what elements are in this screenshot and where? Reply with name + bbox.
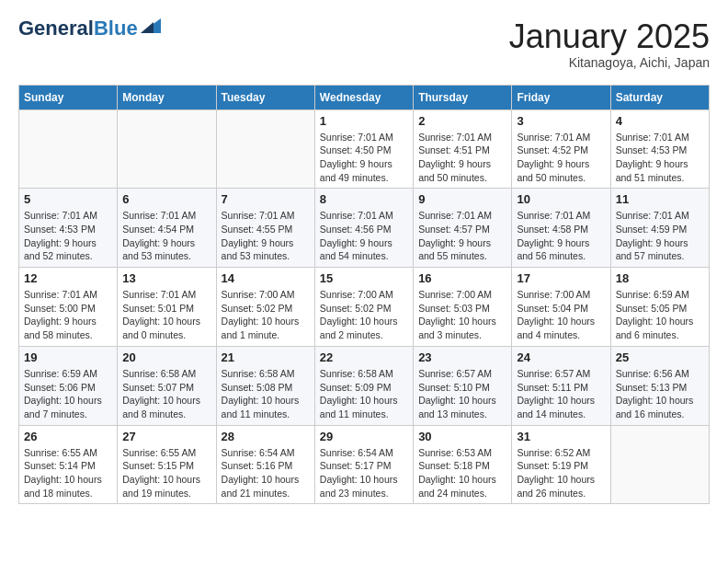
day-info: Sunrise: 6:53 AM Sunset: 5:18 PM Dayligh… (418, 446, 506, 500)
day-number: 10 (517, 192, 605, 206)
day-info: Sunrise: 7:01 AM Sunset: 4:57 PM Dayligh… (418, 209, 506, 263)
day-number: 26 (24, 430, 112, 443)
day-number: 19 (24, 350, 112, 364)
day-number: 23 (418, 350, 506, 364)
day-info: Sunrise: 7:01 AM Sunset: 4:56 PM Dayligh… (320, 209, 408, 263)
day-number: 14 (222, 271, 310, 285)
day-info: Sunrise: 6:58 AM Sunset: 5:08 PM Dayligh… (222, 367, 310, 421)
calendar-cell: 27Sunrise: 6:55 AM Sunset: 5:15 PM Dayli… (118, 425, 216, 504)
calendar-cell: 11Sunrise: 7:01 AM Sunset: 4:59 PM Dayli… (610, 189, 709, 268)
day-number: 24 (517, 350, 605, 364)
day-info: Sunrise: 6:58 AM Sunset: 5:09 PM Dayligh… (320, 367, 408, 421)
logo: GeneralBlue (18, 18, 161, 39)
calendar-cell: 2Sunrise: 7:01 AM Sunset: 4:51 PM Daylig… (414, 109, 512, 189)
day-info: Sunrise: 7:01 AM Sunset: 4:54 PM Dayligh… (122, 209, 210, 263)
calendar-header-row: SundayMondayTuesdayWednesdayThursdayFrid… (19, 85, 710, 109)
day-info: Sunrise: 6:55 AM Sunset: 5:15 PM Dayligh… (122, 446, 210, 500)
day-info: Sunrise: 7:01 AM Sunset: 5:00 PM Dayligh… (24, 288, 112, 342)
day-info: Sunrise: 6:56 AM Sunset: 5:13 PM Dayligh… (616, 367, 704, 421)
day-info: Sunrise: 7:01 AM Sunset: 4:51 PM Dayligh… (418, 131, 506, 185)
calendar-cell: 16Sunrise: 7:00 AM Sunset: 5:03 PM Dayli… (414, 268, 512, 347)
day-number: 12 (24, 271, 112, 285)
location-subtitle: Kitanagoya, Aichi, Japan (509, 55, 710, 70)
day-info: Sunrise: 7:01 AM Sunset: 4:58 PM Dayligh… (517, 209, 605, 263)
day-number: 18 (616, 271, 704, 285)
day-info: Sunrise: 7:01 AM Sunset: 4:53 PM Dayligh… (24, 209, 112, 263)
calendar-cell: 3Sunrise: 7:01 AM Sunset: 4:52 PM Daylig… (512, 109, 610, 189)
day-number: 6 (122, 192, 210, 206)
week-row-5: 26Sunrise: 6:55 AM Sunset: 5:14 PM Dayli… (19, 425, 710, 504)
calendar-cell: 31Sunrise: 6:52 AM Sunset: 5:19 PM Dayli… (512, 425, 610, 504)
day-number: 27 (122, 430, 210, 443)
logo-icon (141, 18, 161, 33)
month-title: January 2025 (509, 18, 710, 55)
calendar-cell: 25Sunrise: 6:56 AM Sunset: 5:13 PM Dayli… (610, 346, 709, 425)
calendar-cell: 28Sunrise: 6:54 AM Sunset: 5:16 PM Dayli… (216, 425, 314, 504)
day-info: Sunrise: 6:59 AM Sunset: 5:05 PM Dayligh… (616, 288, 704, 342)
calendar-cell: 21Sunrise: 6:58 AM Sunset: 5:08 PM Dayli… (216, 346, 314, 425)
day-info: Sunrise: 6:55 AM Sunset: 5:14 PM Dayligh… (24, 446, 112, 500)
day-number: 30 (418, 430, 506, 443)
calendar-cell: 26Sunrise: 6:55 AM Sunset: 5:14 PM Dayli… (19, 425, 118, 504)
day-number: 1 (320, 114, 408, 128)
calendar-cell (118, 109, 216, 189)
calendar-cell: 23Sunrise: 6:57 AM Sunset: 5:10 PM Dayli… (414, 346, 512, 425)
day-info: Sunrise: 7:01 AM Sunset: 4:55 PM Dayligh… (222, 209, 310, 263)
calendar-cell (19, 109, 118, 189)
calendar-cell: 18Sunrise: 6:59 AM Sunset: 5:05 PM Dayli… (610, 268, 709, 347)
day-number: 7 (222, 192, 310, 206)
day-number: 17 (517, 271, 605, 285)
calendar-cell: 12Sunrise: 7:01 AM Sunset: 5:00 PM Dayli… (19, 268, 118, 347)
day-number: 22 (320, 350, 408, 364)
day-info: Sunrise: 7:00 AM Sunset: 5:02 PM Dayligh… (320, 288, 408, 342)
day-info: Sunrise: 7:01 AM Sunset: 5:01 PM Dayligh… (122, 288, 210, 342)
calendar-cell (610, 425, 709, 504)
day-info: Sunrise: 7:01 AM Sunset: 4:53 PM Dayligh… (616, 131, 704, 185)
title-block: January 2025 Kitanagoya, Aichi, Japan (509, 18, 710, 70)
header-wednesday: Wednesday (314, 85, 413, 109)
day-number: 13 (122, 271, 210, 285)
calendar-cell: 14Sunrise: 7:00 AM Sunset: 5:02 PM Dayli… (216, 268, 314, 347)
day-number: 28 (222, 430, 310, 443)
week-row-2: 5Sunrise: 7:01 AM Sunset: 4:53 PM Daylig… (19, 189, 710, 268)
day-info: Sunrise: 6:58 AM Sunset: 5:07 PM Dayligh… (122, 367, 210, 421)
calendar-cell: 6Sunrise: 7:01 AM Sunset: 4:54 PM Daylig… (118, 189, 216, 268)
day-info: Sunrise: 7:00 AM Sunset: 5:03 PM Dayligh… (418, 288, 506, 342)
calendar-cell: 30Sunrise: 6:53 AM Sunset: 5:18 PM Dayli… (414, 425, 512, 504)
header-tuesday: Tuesday (216, 85, 314, 109)
calendar-cell: 22Sunrise: 6:58 AM Sunset: 5:09 PM Dayli… (314, 346, 413, 425)
calendar-cell: 10Sunrise: 7:01 AM Sunset: 4:58 PM Dayli… (512, 189, 610, 268)
calendar-cell: 1Sunrise: 7:01 AM Sunset: 4:50 PM Daylig… (314, 109, 413, 189)
calendar-cell: 29Sunrise: 6:54 AM Sunset: 5:17 PM Dayli… (314, 425, 413, 504)
day-info: Sunrise: 7:01 AM Sunset: 4:52 PM Dayligh… (517, 131, 605, 185)
day-number: 3 (517, 114, 605, 128)
day-info: Sunrise: 6:54 AM Sunset: 5:17 PM Dayligh… (320, 446, 408, 500)
page-header: GeneralBlue January 2025 Kitanagoya, Aic… (18, 18, 710, 70)
calendar-cell: 5Sunrise: 7:01 AM Sunset: 4:53 PM Daylig… (19, 189, 118, 268)
calendar-cell (216, 109, 314, 189)
day-number: 9 (418, 192, 506, 206)
day-number: 5 (24, 192, 112, 206)
week-row-4: 19Sunrise: 6:59 AM Sunset: 5:06 PM Dayli… (19, 346, 710, 425)
day-number: 31 (517, 430, 605, 443)
day-number: 29 (320, 430, 408, 443)
day-info: Sunrise: 6:54 AM Sunset: 5:16 PM Dayligh… (222, 446, 310, 500)
calendar-table: SundayMondayTuesdayWednesdayThursdayFrid… (18, 85, 710, 505)
day-info: Sunrise: 6:59 AM Sunset: 5:06 PM Dayligh… (24, 367, 112, 421)
calendar-cell: 15Sunrise: 7:00 AM Sunset: 5:02 PM Dayli… (314, 268, 413, 347)
day-number: 2 (418, 114, 506, 128)
day-info: Sunrise: 6:52 AM Sunset: 5:19 PM Dayligh… (517, 446, 605, 500)
calendar-cell: 24Sunrise: 6:57 AM Sunset: 5:11 PM Dayli… (512, 346, 610, 425)
logo-text: GeneralBlue (18, 18, 138, 39)
day-number: 21 (222, 350, 310, 364)
day-number: 25 (616, 350, 704, 364)
day-info: Sunrise: 7:00 AM Sunset: 5:04 PM Dayligh… (517, 288, 605, 342)
day-info: Sunrise: 7:01 AM Sunset: 4:59 PM Dayligh… (616, 209, 704, 263)
day-info: Sunrise: 7:00 AM Sunset: 5:02 PM Dayligh… (222, 288, 310, 342)
week-row-1: 1Sunrise: 7:01 AM Sunset: 4:50 PM Daylig… (19, 109, 710, 189)
day-number: 8 (320, 192, 408, 206)
calendar-cell: 9Sunrise: 7:01 AM Sunset: 4:57 PM Daylig… (414, 189, 512, 268)
calendar-cell: 13Sunrise: 7:01 AM Sunset: 5:01 PM Dayli… (118, 268, 216, 347)
calendar-cell: 8Sunrise: 7:01 AM Sunset: 4:56 PM Daylig… (314, 189, 413, 268)
header-saturday: Saturday (610, 85, 709, 109)
